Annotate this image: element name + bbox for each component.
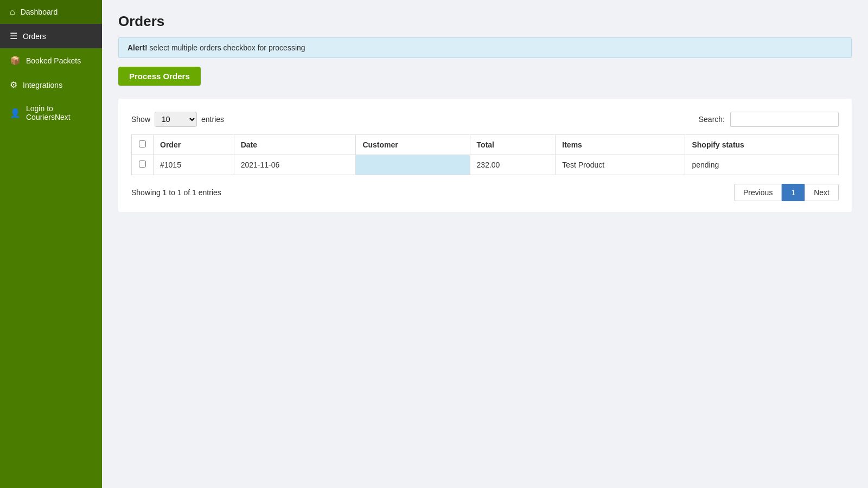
search-input[interactable] [730, 112, 839, 127]
user-icon: 👤 [10, 108, 21, 118]
show-label: Show [131, 115, 150, 124]
row-checkbox-cell [132, 155, 154, 175]
next-button[interactable]: Next [805, 184, 839, 201]
page-title: Orders [118, 13, 852, 30]
sidebar-item-booked-packets[interactable]: 📦 Booked Packets [0, 48, 102, 73]
sidebar: ⌂ Dashboard ☰ Orders 📦 Booked Packets ⚙ … [0, 0, 102, 488]
package-icon: 📦 [10, 55, 21, 66]
page-1-button[interactable]: 1 [782, 184, 805, 201]
row-items: Test Product [556, 155, 685, 175]
alert-prefix: Alert! [127, 43, 148, 52]
table-controls-bottom: Showing 1 to 1 of 1 entries Previous 1 N… [131, 184, 839, 201]
home-icon: ⌂ [10, 7, 15, 17]
row-order: #1015 [154, 155, 234, 175]
row-total: 232.00 [470, 155, 556, 175]
col-header-total: Total [470, 135, 556, 155]
col-header-checkbox [132, 135, 154, 155]
select-all-checkbox[interactable] [139, 140, 146, 147]
col-header-customer: Customer [356, 135, 470, 155]
search-label: Search: [699, 115, 725, 124]
entries-label: entries [201, 115, 224, 124]
sidebar-item-orders[interactable]: ☰ Orders [0, 24, 102, 48]
pagination: Previous 1 Next [734, 184, 839, 201]
sidebar-item-label: Dashboard [21, 8, 58, 16]
table-row: #1015 2021-11-06 232.00 Test Product pen… [132, 155, 839, 175]
row-date: 2021-11-06 [234, 155, 356, 175]
search-area: Search: [699, 112, 839, 127]
orders-table: Order Date Customer Total Items Shopify … [131, 134, 839, 175]
showing-text: Showing 1 to 1 of 1 entries [131, 188, 221, 197]
sidebar-item-dashboard[interactable]: ⌂ Dashboard [0, 0, 102, 24]
previous-button[interactable]: Previous [734, 184, 782, 201]
row-shopify-status: pending [685, 155, 839, 175]
sidebar-item-integrations[interactable]: ⚙ Integrations [0, 73, 102, 97]
row-customer [356, 155, 470, 175]
alert-banner: Alert! select multiple orders checkbox f… [118, 37, 852, 58]
row-checkbox[interactable] [139, 160, 146, 168]
gear-icon: ⚙ [10, 80, 17, 90]
table-controls-top: Show 10 25 50 100 entries Search: [131, 112, 839, 127]
orders-icon: ☰ [10, 31, 17, 41]
sidebar-item-label: Booked Packets [26, 56, 81, 65]
col-header-items: Items [556, 135, 685, 155]
main-content: Orders Alert! select multiple orders che… [102, 0, 868, 488]
sidebar-item-login-couriersnext[interactable]: 👤 Login to CouriersNext [0, 97, 102, 129]
table-container: Show 10 25 50 100 entries Search: [118, 99, 852, 212]
process-orders-button[interactable]: Process Orders [118, 67, 201, 86]
sidebar-item-label: Integrations [23, 81, 62, 89]
col-header-shopify-status: Shopify status [685, 135, 839, 155]
col-header-date: Date [234, 135, 356, 155]
col-header-order: Order [154, 135, 234, 155]
alert-message: select multiple orders checkbox for proc… [148, 43, 305, 52]
sidebar-item-label: Orders [23, 32, 46, 41]
show-entries: Show 10 25 50 100 entries [131, 112, 224, 127]
sidebar-item-label: Login to CouriersNext [26, 104, 92, 121]
entries-select[interactable]: 10 25 50 100 [155, 112, 197, 127]
